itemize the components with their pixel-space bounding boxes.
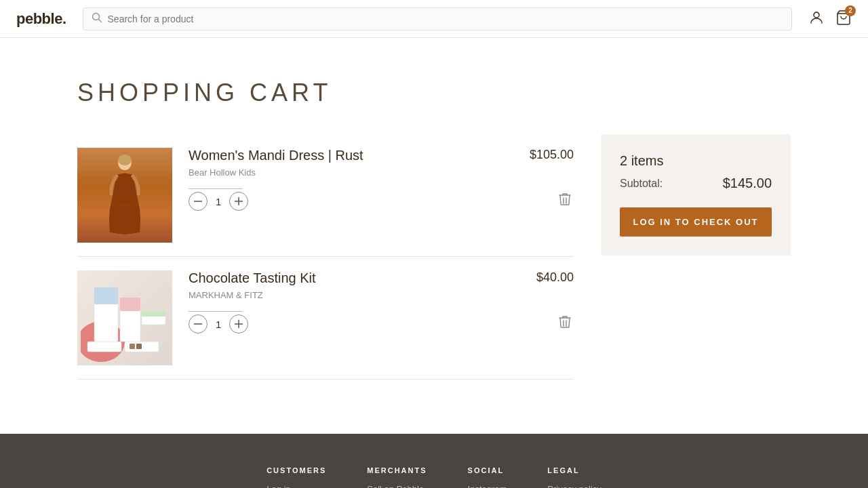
footer-link-instagram[interactable]: Instagram — [468, 484, 507, 488]
footer-col-heading-legal: LEGAL — [547, 466, 601, 474]
svg-point-2 — [814, 12, 819, 18]
item-name-2: Chocolate Tasting Kit — [189, 270, 476, 286]
qty-decrease-1[interactable] — [189, 192, 208, 211]
cart-items-list: Women's Mandi Dress | Rust Bear Hollow K… — [77, 134, 574, 380]
item-brand-1: Bear Hollow Kids — [189, 167, 476, 178]
svg-rect-13 — [120, 298, 140, 311]
search-input[interactable] — [108, 14, 783, 24]
item-name-1: Women's Mandi Dress | Rust — [189, 148, 476, 163]
footer-col-heading-merchants: MERCHANTS — [367, 466, 427, 474]
cart-count-badge: 2 — [845, 5, 856, 16]
item-delete-2[interactable] — [556, 312, 574, 334]
cart-summary: 2 items Subtotal: $145.00 LOG IN TO CHEC… — [601, 134, 791, 256]
item-image-2: MARKHAM — [77, 270, 172, 365]
qty-increase-2[interactable] — [229, 314, 248, 333]
footer-link-privacy[interactable]: Privacy policy — [547, 484, 601, 488]
cart-button[interactable]: 2 — [835, 9, 852, 28]
item-price-2: $40.00 — [536, 270, 574, 285]
summary-box: 2 items Subtotal: $145.00 LOG IN TO CHEC… — [601, 134, 791, 256]
footer-col-merchants: MERCHANTS Sell on Pebble Support — [367, 466, 427, 488]
qty-controls-2: 1 — [189, 314, 248, 333]
item-price-1: $105.00 — [530, 148, 574, 162]
item-brand-2: MARKHAM & FITZ — [189, 290, 476, 300]
svg-rect-18 — [130, 344, 135, 349]
item-image-1 — [77, 148, 172, 243]
checkout-button[interactable]: LOG IN TO CHECK OUT — [620, 207, 772, 237]
footer-col-legal: LEGAL Privacy policy Terms of use Credit… — [547, 466, 601, 488]
qty-decrease-2[interactable] — [189, 314, 208, 333]
site-footer: CUSTOMERS Log in Sign up Blog MERCHANTS … — [0, 434, 868, 488]
site-header: pebble. 2 — [0, 0, 868, 38]
search-icon — [92, 12, 102, 26]
footer-link-login[interactable]: Log in — [267, 484, 326, 488]
qty-controls-1: 1 — [189, 192, 248, 211]
header-actions: 2 — [808, 9, 852, 28]
svg-rect-10 — [94, 287, 118, 304]
item-details-1: Women's Mandi Dress | Rust Bear Hollow K… — [172, 148, 492, 211]
footer-columns: CUSTOMERS Log in Sign up Blog MERCHANTS … — [61, 466, 807, 488]
subtotal-value: $145.00 — [723, 176, 772, 191]
footer-col-social: SOCIAL Instagram Facebook LinkedIn YouTu… — [468, 466, 507, 488]
summary-items-count: 2 items — [620, 153, 772, 169]
item-delete-1[interactable] — [556, 189, 574, 211]
item-price-col-1: $105.00 — [492, 148, 574, 211]
user-account-button[interactable] — [808, 9, 825, 28]
footer-col-heading-social: SOCIAL — [468, 466, 507, 474]
qty-increase-1[interactable] — [229, 192, 248, 211]
footer-inner: CUSTOMERS Log in Sign up Blog MERCHANTS … — [61, 466, 807, 488]
main-content: SHOPPING CART — [61, 38, 807, 434]
search-bar — [83, 7, 792, 30]
item-qty-row-2: 1 — [189, 311, 476, 333]
cart-layout: Women's Mandi Dress | Rust Bear Hollow K… — [77, 134, 791, 380]
item-qty-row-1: 1 — [189, 188, 476, 211]
svg-point-4 — [118, 155, 132, 165]
cart-item: Women's Mandi Dress | Rust Bear Hollow K… — [77, 134, 574, 257]
svg-rect-16 — [87, 342, 121, 352]
item-details-2: Chocolate Tasting Kit MARKHAM & FITZ 1 — [172, 270, 492, 333]
svg-line-1 — [98, 19, 101, 22]
subtotal-label: Subtotal: — [620, 178, 663, 190]
site-logo[interactable]: pebble. — [16, 10, 66, 28]
footer-link-sell[interactable]: Sell on Pebble — [367, 484, 427, 488]
cart-item: MARKHAM — [77, 257, 574, 380]
qty-value-2: 1 — [216, 319, 221, 330]
footer-col-customers: CUSTOMERS Log in Sign up Blog — [267, 466, 326, 488]
item-price-col-2: $40.00 — [492, 270, 574, 334]
page-title: SHOPPING CART — [77, 79, 791, 107]
footer-col-heading-customers: CUSTOMERS — [267, 466, 326, 474]
svg-rect-15 — [142, 311, 165, 317]
qty-value-1: 1 — [216, 196, 221, 207]
summary-subtotal-row: Subtotal: $145.00 — [620, 176, 772, 191]
svg-rect-19 — [136, 344, 142, 349]
